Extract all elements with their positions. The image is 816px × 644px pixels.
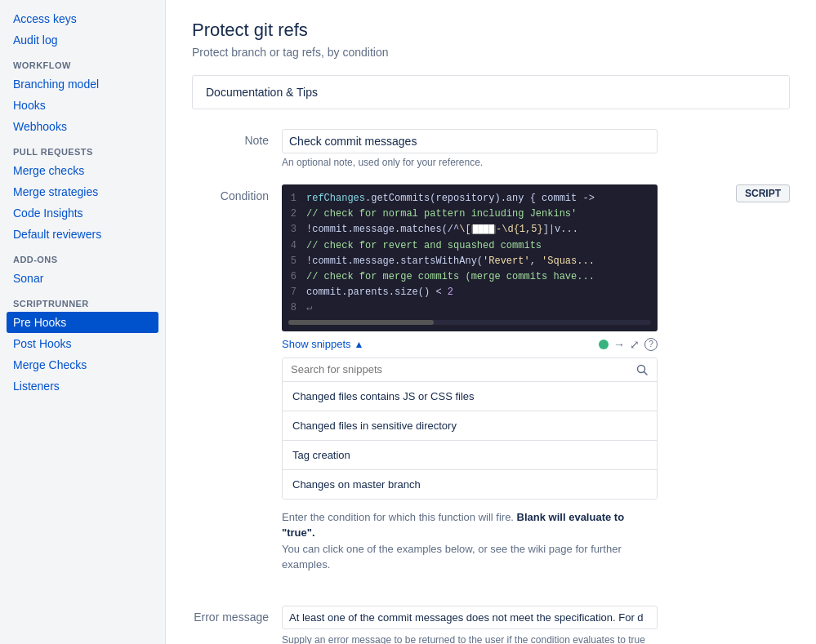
- code-line-3: 3 !commit.message.matches(/^\[████-\d{1,…: [282, 222, 658, 238]
- help-icon[interactable]: ?: [644, 338, 658, 351]
- note-hint: An optional note, used only for your ref…: [282, 157, 790, 168]
- condition-content: SCRIPT 1 refChanges.getCommits(repositor…: [282, 184, 790, 589]
- sidebar-item-hooks[interactable]: Hooks: [0, 95, 165, 116]
- code-line-2: 2 // check for normal pattern including …: [282, 207, 658, 222]
- condition-label: Condition: [192, 184, 282, 202]
- expand-icon[interactable]: ⤢: [630, 338, 640, 351]
- snippet-item-3[interactable]: Changes on master branch: [283, 470, 657, 499]
- main-content: Protect git refs Protect branch or tag r…: [166, 0, 816, 644]
- sidebar-item-listeners[interactable]: Listeners: [0, 375, 165, 397]
- code-editor[interactable]: 1 refChanges.getCommits(repository).any …: [282, 184, 658, 331]
- search-input-row: [283, 358, 657, 382]
- sidebar-link-audit-log[interactable]: Audit log: [0, 29, 165, 51]
- code-line-1: 1 refChanges.getCommits(repository).any …: [282, 191, 658, 207]
- sidebar-section-add-ons: ADD-ONS: [0, 245, 165, 268]
- snippet-item-2[interactable]: Tag creation: [283, 441, 657, 470]
- doc-tips-label: Documentation & Tips: [206, 86, 318, 99]
- snippet-item-1[interactable]: Changed files in sensitive directory: [283, 411, 657, 441]
- search-snippets-input[interactable]: [291, 363, 635, 375]
- sidebar-item-webhooks[interactable]: Webhooks: [0, 116, 165, 137]
- condition-help-line1: Enter the condition for which this funct…: [282, 511, 514, 523]
- note-row: Note An optional note, used only for you…: [192, 129, 790, 168]
- sidebar-section-pull-requests: PULL REQUESTS: [0, 137, 165, 160]
- condition-help-line2: You can click one of the examples below,…: [282, 543, 622, 571]
- note-input[interactable]: [282, 129, 658, 153]
- page-subtitle: Protect branch or tag refs, by condition: [192, 46, 790, 59]
- sidebar-item-pre-hooks[interactable]: Pre Hooks: [7, 312, 158, 333]
- show-snippets-link[interactable]: Show snippets ▲: [282, 338, 363, 350]
- snippet-item-0[interactable]: Changed files contains JS or CSS files: [283, 382, 657, 411]
- search-icon: [635, 363, 649, 376]
- arrow-right-icon[interactable]: →: [613, 338, 625, 351]
- sidebar-item-merge-checks-sr[interactable]: Merge Checks: [0, 354, 165, 375]
- snippets-panel: Changed files contains JS or CSS files C…: [282, 358, 658, 500]
- svg-line-1: [644, 371, 648, 375]
- code-scrollbar-thumb: [288, 320, 434, 325]
- sidebar-item-branching-model[interactable]: Branching model: [0, 73, 165, 95]
- sidebar-section-workflow: WORKFLOW: [0, 51, 165, 73]
- doc-tips-box[interactable]: Documentation & Tips: [192, 75, 790, 109]
- code-line-4: 4 // check for revert and squashed commi…: [282, 238, 658, 254]
- snippets-icons: → ⤢ ?: [599, 338, 658, 351]
- error-label: Error message: [192, 606, 282, 624]
- sidebar-item-default-reviewers[interactable]: Default reviewers: [0, 224, 165, 245]
- show-snippets-label: Show snippets: [282, 338, 351, 350]
- sidebar-item-sonar[interactable]: Sonar: [0, 268, 165, 289]
- error-row: Error message Supply an error message to…: [192, 606, 790, 645]
- code-line-5: 5 !commit.message.startsWithAny('Revert'…: [282, 254, 658, 269]
- condition-row: Condition SCRIPT 1 refChanges.getCommits…: [192, 184, 790, 589]
- code-line-7: 7 commit.parents.size() < 2: [282, 285, 658, 300]
- note-label: Note: [192, 129, 282, 147]
- sidebar-item-merge-checks[interactable]: Merge checks: [0, 160, 165, 181]
- page-title: Protect git refs: [192, 20, 790, 41]
- sidebar-section-scriptrunner: SCRIPTRUNNER: [0, 289, 165, 312]
- error-content: Supply an error message to be returned t…: [282, 606, 790, 645]
- condition-wrapper: SCRIPT 1 refChanges.getCommits(repositor…: [282, 184, 790, 573]
- sidebar-item-code-insights[interactable]: Code Insights: [0, 202, 165, 224]
- error-msg-input[interactable]: [282, 606, 658, 629]
- code-scrollbar[interactable]: [288, 320, 651, 325]
- sidebar: Access keys Audit log WORKFLOW Branching…: [0, 0, 166, 644]
- sidebar-link-access-keys[interactable]: Access keys: [0, 8, 165, 29]
- sidebar-item-post-hooks[interactable]: Post Hooks: [0, 333, 165, 354]
- error-msg-hint: Supply an error message to be returned t…: [282, 633, 658, 645]
- condition-help: Enter the condition for which this funct…: [282, 509, 658, 573]
- note-content: An optional note, used only for your ref…: [282, 129, 790, 168]
- script-button[interactable]: SCRIPT: [736, 184, 790, 202]
- status-green-icon: [599, 340, 609, 349]
- error-hint-line1: Supply an error message to be returned t…: [282, 634, 645, 645]
- sidebar-item-merge-strategies[interactable]: Merge strategies: [0, 181, 165, 202]
- chevron-up-icon: ▲: [354, 339, 364, 350]
- code-line-6: 6 // check for merge commits (merge comm…: [282, 269, 658, 285]
- code-line-8: 8 ↵: [282, 300, 658, 316]
- show-snippets-row: Show snippets ▲ → ⤢ ?: [282, 338, 658, 351]
